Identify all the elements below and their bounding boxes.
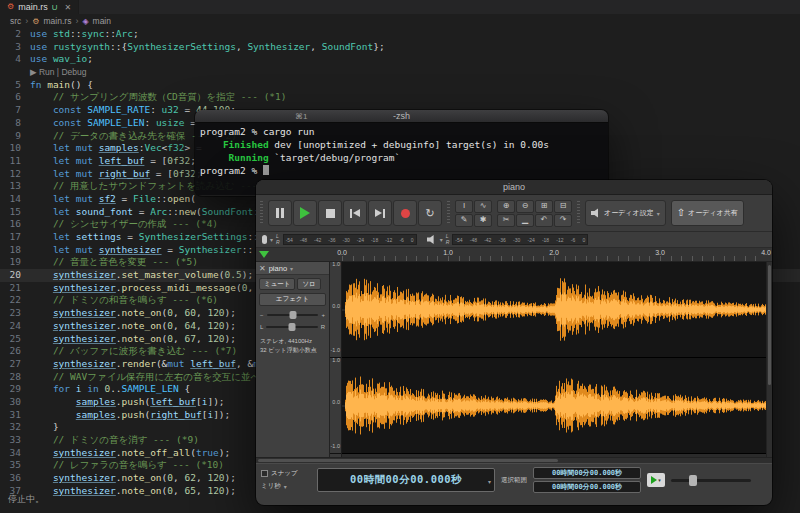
effects-button[interactable]: エフェクト: [259, 293, 326, 305]
zoom-out-button[interactable]: ⊖: [516, 200, 534, 213]
gain-slider[interactable]: − +: [256, 306, 329, 318]
meter-db-label: -54: [286, 235, 293, 244]
vertical-scrollbar-thumb[interactable]: [768, 265, 771, 385]
record-button[interactable]: [393, 200, 417, 226]
skip-start-button[interactable]: [343, 200, 367, 226]
multi-tool-button[interactable]: ✱: [474, 214, 492, 227]
timeline-ruler[interactable]: 0.01.02.03.04.0: [256, 248, 772, 262]
code-text: let mut left_buf = [0f32;: [30, 155, 202, 168]
code-text: use std::sync::Arc;: [30, 28, 139, 41]
play-at-speed-button[interactable]: ▾: [647, 473, 665, 487]
meter-db-label: -36: [328, 235, 335, 244]
redo-button[interactable]: ↷: [554, 214, 572, 227]
breadcrumb-file[interactable]: main.rs: [44, 16, 72, 26]
zoom-in-button[interactable]: ⊕: [497, 200, 515, 213]
waveform-channel-right[interactable]: [342, 358, 766, 454]
code-text: // サンプリング周波数（CD音質）を指定 --- (*1): [30, 91, 287, 104]
zoom-fit-button[interactable]: ⊟: [554, 200, 572, 213]
snap-checkbox[interactable]: [261, 470, 268, 477]
time-format-label: ミリ秒: [261, 482, 281, 491]
track-menu-caret-icon[interactable]: ▾: [290, 265, 293, 272]
meter-db-label: -12: [385, 235, 392, 244]
chevron-down-icon[interactable]: ▾: [440, 236, 443, 243]
audio-share-button[interactable]: ⇧ オーディオ共有: [671, 200, 744, 226]
toolbar-grip[interactable]: [260, 201, 263, 225]
code-line[interactable]: 2use std::sync::Arc;: [0, 28, 800, 41]
horizontal-scrollbar[interactable]: [256, 457, 772, 463]
play-button[interactable]: [293, 200, 317, 226]
audio-position-value[interactable]: 00時間00分00.000秒: [350, 473, 462, 487]
line-number: 21: [0, 282, 30, 295]
draw-tool-button[interactable]: ✎: [455, 214, 473, 227]
breadcrumb[interactable]: src › ⚙ main.rs › ◈ main: [0, 14, 111, 28]
audacity-window[interactable]: piano ↻ I ∿ ✎ ✱ ⊕ ⊖ ⊞ ⊟ ✂ ▁ ↶ ↷: [256, 180, 772, 505]
selection-end-display[interactable]: 00時間00分00.000秒: [533, 481, 641, 493]
undo-button[interactable]: ↶: [535, 214, 553, 227]
tab-main-rs[interactable]: ⚙ main.rs U ✕: [0, 0, 79, 14]
toolbar-grip[interactable]: [447, 201, 450, 225]
breadcrumb-src[interactable]: src: [10, 16, 21, 26]
line-number: 13: [0, 180, 30, 193]
terminal-titlebar[interactable]: ⌘1 -zsh: [195, 110, 608, 123]
timeline-label: 0.0: [337, 249, 347, 256]
track-name[interactable]: piano: [269, 264, 287, 273]
code-line[interactable]: 5fn main() {: [0, 79, 800, 92]
chevron-down-icon[interactable]: ▾: [270, 236, 273, 243]
pinned-play-head-icon[interactable]: [259, 251, 269, 258]
line-number: 3: [0, 41, 30, 54]
pause-button[interactable]: [268, 200, 292, 226]
toolbar-grip[interactable]: [577, 201, 580, 225]
selection-start-display[interactable]: 00時間00分00.000秒: [533, 467, 641, 479]
mute-button[interactable]: ミュート: [259, 278, 295, 290]
playback-speed-slider[interactable]: [671, 479, 751, 482]
tab-close-icon[interactable]: ✕: [64, 3, 71, 12]
recording-meter[interactable]: -54-48-42-36-30-24-18-12-60: [283, 234, 417, 245]
vertical-scale-ruler[interactable]: 1.00.0-1.0 1.00.0-1.0: [330, 262, 342, 457]
track-close-icon[interactable]: ✕: [259, 264, 266, 273]
code-line[interactable]: 3use rustysynth::{SynthesizerSettings, S…: [0, 41, 800, 54]
stop-button[interactable]: [318, 200, 342, 226]
line-number: 14: [0, 193, 30, 206]
speed-slider-thumb[interactable]: [689, 475, 697, 486]
terminal-line: program2 %: [200, 164, 603, 177]
vertical-ruler-label: 1.0: [332, 262, 340, 268]
selection-start-value[interactable]: 00時間00分00.000秒: [552, 468, 622, 478]
loop-button[interactable]: ↻: [418, 200, 442, 226]
line-number: 31: [0, 409, 30, 422]
skip-end-button[interactable]: [368, 200, 392, 226]
zoom-selection-button[interactable]: ⊞: [535, 200, 553, 213]
code-line[interactable]: 6 // サンプリング周波数（CD音質）を指定 --- (*1): [0, 91, 800, 104]
code-text: const SAMPLE_LEN: usize =: [30, 117, 202, 130]
meter-db-label: -30: [343, 235, 350, 244]
gain-slider-thumb[interactable]: [289, 311, 296, 319]
edit-toolbar: ⊕ ⊖ ⊞ ⊟ ✂ ▁ ↶ ↷: [497, 200, 572, 227]
code-line[interactable]: 4use wav_io;: [0, 53, 800, 66]
silence-audio-button[interactable]: ▁: [516, 214, 534, 227]
solo-button[interactable]: ソロ: [297, 278, 320, 290]
run-debug-code-lens[interactable]: ▶ Run | Debug: [30, 67, 86, 77]
audio-position-display[interactable]: 00時間00分00.000秒 ▾: [317, 468, 495, 492]
selection-end-value[interactable]: 00時間00分00.000秒: [552, 482, 622, 492]
selection-tool-button[interactable]: I: [455, 200, 473, 213]
snap-toggle[interactable]: スナップ: [261, 469, 311, 478]
vertical-scrollbar[interactable]: [766, 262, 772, 457]
breadcrumb-symbol[interactable]: main: [93, 16, 111, 26]
horizontal-scrollbar-thumb[interactable]: [258, 459, 558, 462]
waveform-channel-left[interactable]: [342, 262, 766, 358]
waveform-view[interactable]: [342, 262, 766, 457]
meter-db-label: -30: [513, 235, 520, 244]
chevron-down-icon[interactable]: ▾: [488, 478, 491, 485]
audacity-titlebar[interactable]: piano: [256, 180, 772, 195]
track-header[interactable]: ✕ piano ▾: [256, 262, 329, 275]
code-lens-row[interactable]: ▶ Run | Debug: [0, 66, 800, 79]
trim-audio-button[interactable]: ✂: [497, 214, 515, 227]
audio-setup-button[interactable]: オーディオ設定 ▾: [585, 200, 666, 226]
pan-slider[interactable]: L R: [256, 318, 329, 330]
code-text: fn main() {: [30, 79, 93, 92]
playback-meter[interactable]: -54-48-42-36-30-24-18-12-60: [452, 234, 588, 245]
envelope-tool-button[interactable]: ∿: [474, 200, 492, 213]
git-status-badge: U: [52, 3, 58, 12]
meter-db-label: -24: [527, 235, 534, 244]
time-format-select[interactable]: ミリ秒 ▾: [261, 482, 311, 491]
pan-slider-thumb[interactable]: [289, 323, 296, 331]
